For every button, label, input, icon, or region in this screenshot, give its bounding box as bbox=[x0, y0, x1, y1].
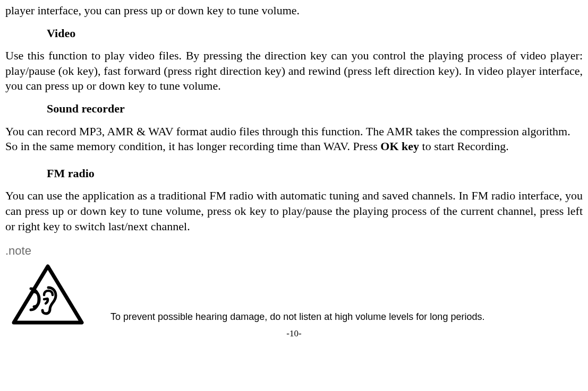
hearing-warning-icon bbox=[11, 263, 85, 326]
note-row: To prevent possible hearing damage, do n… bbox=[11, 263, 583, 326]
intro-tail-paragraph: player interface, you can press up or do… bbox=[5, 3, 583, 19]
sound-recorder-text-suffix: to start Recording. bbox=[419, 140, 509, 153]
video-heading: Video bbox=[47, 26, 583, 41]
page-number: -10- bbox=[5, 328, 583, 340]
sound-recorder-text-bold: OK key bbox=[380, 140, 419, 153]
video-paragraph: Use this function to play video files. B… bbox=[5, 48, 583, 94]
fm-radio-paragraph: You can use the application as a traditi… bbox=[5, 188, 583, 234]
hearing-warning-text: To prevent possible hearing damage, do n… bbox=[110, 311, 484, 325]
sound-recorder-heading: Sound recorder bbox=[47, 101, 583, 117]
note-label: .note bbox=[5, 244, 583, 259]
fm-radio-heading: FM radio bbox=[47, 166, 583, 181]
sound-recorder-paragraph: You can record MP3, AMR & WAV format aud… bbox=[5, 124, 583, 154]
